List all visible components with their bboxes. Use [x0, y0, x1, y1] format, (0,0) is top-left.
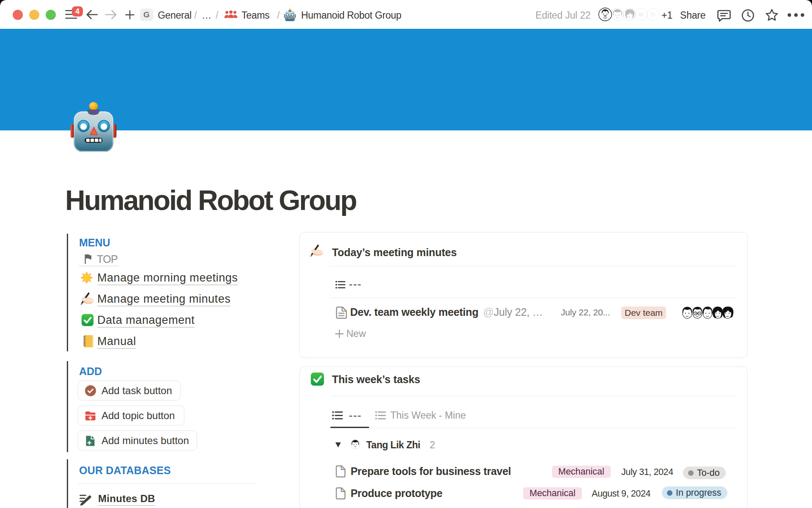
svg-text:D: D: [651, 11, 655, 18]
svg-text:M: M: [639, 11, 643, 18]
